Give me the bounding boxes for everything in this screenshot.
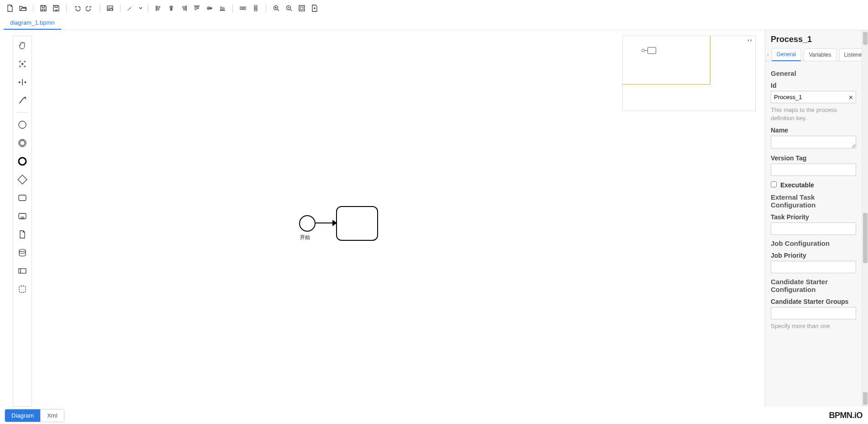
distribute-v-icon[interactable] [250,3,261,14]
clear-id-icon[interactable]: ✕ [848,94,853,101]
brush-dropdown-icon[interactable] [138,3,143,14]
svg-rect-12 [221,7,222,10]
align-middle-icon[interactable] [204,3,215,14]
tab-general[interactable]: General [772,48,801,61]
label-candidate-groups: Candidate Starter Groups [771,298,856,305]
align-center-h-icon[interactable] [166,3,177,14]
save-icon[interactable] [38,3,49,14]
subprocess-expanded-icon[interactable] [16,209,29,223]
section-job: Job Configuration [771,239,856,247]
bpmn-io-logo: BPMN.iO [829,411,863,420]
palette-separator [16,112,29,113]
toolbar-separator [120,4,121,12]
image-icon[interactable] [105,3,116,14]
view-tab-diagram[interactable]: Diagram [5,409,41,422]
data-object-icon[interactable] [16,228,29,241]
open-folder-icon[interactable] [17,3,28,14]
svg-rect-8 [195,7,196,10]
align-top-icon[interactable] [191,3,202,14]
scrollbar-up-region[interactable] [863,32,868,45]
hand-tool-icon[interactable] [16,39,29,53]
bpmn-start-event-label: 开始 [300,234,310,241]
label-job-priority: Job Priority [771,252,856,259]
svg-rect-19 [254,10,257,11]
scrollbar-thumb[interactable] [863,213,868,263]
label-task-priority: Task Priority [771,213,856,221]
bpmn-start-event[interactable] [299,215,316,232]
align-left-icon[interactable] [153,3,164,14]
svg-rect-28 [18,175,27,184]
checkbox-executable[interactable] [771,181,777,187]
section-external-task: External Task Configuration [771,193,856,209]
svg-rect-29 [19,195,26,201]
help-candidate-groups: Specify more than one [771,322,856,330]
svg-rect-33 [19,269,26,273]
view-tab-xml[interactable]: Xml [41,409,63,422]
window-scrollbar[interactable] [862,30,868,407]
view-mode-tabs: Diagram Xml [5,409,64,422]
file-tab-active[interactable]: diagram_1.bpmn [4,16,61,30]
file-tab-bar: diagram_1.bpmn [0,16,868,30]
minimap-viewport[interactable] [623,36,710,85]
svg-rect-13 [223,8,224,10]
align-bottom-icon[interactable] [217,3,228,14]
toolbar-separator [148,4,148,12]
diagram-canvas[interactable]: 开始 [32,30,765,407]
minimap-task-icon [647,47,656,54]
space-tool-icon[interactable] [16,75,29,89]
undo-icon[interactable] [71,3,82,14]
svg-rect-14 [240,7,242,10]
lasso-tool-icon[interactable] [16,57,29,71]
intermediate-event-icon[interactable] [16,136,29,150]
brush-icon[interactable] [125,3,136,14]
label-id: Id [771,82,856,89]
zoom-in-icon[interactable] [271,3,282,14]
input-name[interactable] [771,136,856,148]
input-job-priority[interactable] [771,261,856,273]
distribute-h-icon[interactable] [237,3,248,14]
input-version-tag[interactable] [771,164,856,176]
toolbar-separator [100,4,100,12]
zoom-fit-icon[interactable] [309,3,320,14]
tab-listeners[interactable]: Listeners [839,48,862,61]
group-icon[interactable] [16,282,29,296]
new-file-icon[interactable] [5,3,16,14]
zoom-reset-icon[interactable] [296,3,307,14]
svg-rect-18 [254,8,257,9]
input-id[interactable] [771,91,856,103]
svg-rect-3 [157,9,159,10]
input-candidate-groups[interactable] [771,307,856,319]
data-store-icon[interactable] [16,246,29,260]
input-task-priority[interactable] [771,223,856,235]
svg-rect-17 [254,5,257,7]
gateway-icon[interactable] [16,173,29,186]
align-right-icon[interactable] [179,3,189,14]
scrollbar-down-region[interactable] [863,392,868,405]
minimap-collapse-icon[interactable] [747,38,752,43]
svg-rect-22 [299,5,305,11]
tabs-scroll-left-icon[interactable]: ‹ [767,52,769,57]
svg-point-1 [109,7,110,8]
properties-tabs: ‹ General Variables Listeners › [765,48,862,61]
task-icon[interactable] [16,191,29,205]
element-palette [13,36,32,407]
toolbar-separator [33,4,33,12]
tab-variables[interactable]: Variables [804,48,836,61]
zoom-out-icon[interactable] [284,3,295,14]
minimap[interactable] [622,36,756,111]
end-event-icon[interactable] [16,154,29,168]
start-event-icon[interactable] [16,118,29,132]
properties-title: Process_1 [765,30,862,48]
section-candidate: Candidate Starter Configuration [771,278,856,293]
save-as-icon[interactable] [51,3,62,14]
svg-rect-9 [197,7,199,9]
svg-rect-16 [244,7,246,10]
label-executable[interactable]: Executable [780,181,814,189]
redo-icon[interactable] [84,3,95,14]
svg-point-27 [19,158,26,165]
participant-icon[interactable] [16,264,29,278]
bpmn-task[interactable] [336,206,378,241]
help-id: This maps to the process definition key. [771,106,856,122]
svg-rect-34 [19,286,26,292]
connect-tool-icon[interactable] [16,94,29,107]
